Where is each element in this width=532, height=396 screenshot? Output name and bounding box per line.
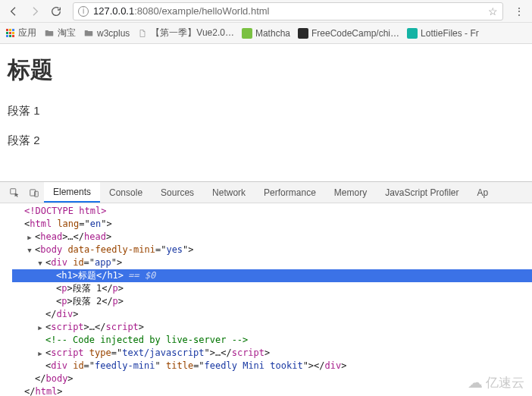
page-paragraph: 段落 1 bbox=[8, 104, 524, 118]
site-info-icon[interactable]: i bbox=[78, 6, 89, 17]
bookmark-label: 【第一季】Vue2.0… bbox=[151, 27, 234, 39]
devtools-tabbar: Elements Console Sources Network Perform… bbox=[0, 182, 532, 203]
page-heading: 标题 bbox=[8, 55, 524, 86]
bookmark-label: LottieFiles - Fr bbox=[421, 28, 479, 39]
tab-console[interactable]: Console bbox=[100, 182, 152, 203]
dom-line[interactable]: <!-- Code injected by live-server --> bbox=[12, 334, 532, 347]
dom-line-selected[interactable]: <h1>标题</h1>== $0 bbox=[12, 269, 532, 282]
folder-icon bbox=[44, 28, 55, 39]
dom-line[interactable]: ▼<div id="app"> bbox=[12, 256, 532, 269]
tab-elements[interactable]: Elements bbox=[44, 182, 100, 203]
dom-line[interactable]: ▶<script>…</script> bbox=[12, 321, 532, 334]
dom-line[interactable]: ▶<script type="text/javascript">…</scrip… bbox=[12, 347, 532, 360]
bookmark-fcc[interactable]: FreeCodeCamp/chi… bbox=[298, 28, 399, 39]
device-toolbar-icon[interactable] bbox=[24, 187, 44, 198]
dom-line[interactable]: </body> bbox=[12, 372, 532, 385]
disclosure-triangle-icon[interactable]: ▶ bbox=[36, 347, 44, 360]
browser-menu-icon[interactable]: ⋮ bbox=[511, 5, 527, 17]
apps-icon bbox=[5, 28, 15, 39]
bookmark-apps[interactable]: 应用 bbox=[5, 27, 36, 39]
bookmark-vue[interactable]: 【第一季】Vue2.0… bbox=[137, 27, 234, 39]
bookmarks-bar: 应用 淘宝 w3cplus 【第一季】Vue2.0… Mathcha FreeC… bbox=[0, 23, 532, 44]
address-bar[interactable]: i 127.0.0.1:8080/example/helloWorld.html… bbox=[73, 2, 503, 20]
disclosure-triangle-icon[interactable]: ▶ bbox=[36, 322, 44, 335]
bookmark-star-icon[interactable]: ☆ bbox=[488, 5, 498, 17]
dom-line[interactable]: </html> bbox=[12, 385, 532, 396]
tab-sources[interactable]: Sources bbox=[152, 182, 203, 203]
dom-line[interactable]: <p>段落 2</p> bbox=[12, 295, 532, 308]
inspect-element-icon[interactable] bbox=[5, 187, 24, 198]
tab-network[interactable]: Network bbox=[203, 182, 255, 203]
browser-toolbar: i 127.0.0.1:8080/example/helloWorld.html… bbox=[0, 0, 532, 23]
dom-line[interactable]: </div> bbox=[12, 308, 532, 321]
dom-line[interactable]: <!DOCTYPE html> bbox=[12, 205, 532, 218]
bookmark-lottie[interactable]: LottieFiles - Fr bbox=[407, 28, 479, 39]
back-button[interactable] bbox=[5, 2, 23, 20]
disclosure-triangle-icon[interactable]: ▼ bbox=[26, 244, 33, 257]
bookmark-label: w3cplus bbox=[97, 28, 130, 39]
bookmark-mathcha[interactable]: Mathcha bbox=[242, 28, 290, 39]
bookmark-folder-taobao[interactable]: 淘宝 bbox=[44, 27, 76, 39]
bookmark-label: Mathcha bbox=[255, 28, 290, 39]
tab-more[interactable]: Ap bbox=[468, 182, 498, 203]
elements-tree[interactable]: <!DOCTYPE html> <html lang="en"> ▶<head>… bbox=[0, 203, 532, 396]
bookmark-label: FreeCodeCamp/chi… bbox=[311, 28, 399, 39]
tab-js-profiler[interactable]: JavaScript Profiler bbox=[376, 182, 468, 203]
reload-button[interactable] bbox=[47, 2, 65, 20]
dom-line[interactable]: ▶<head>…</head> bbox=[12, 231, 532, 244]
dom-line[interactable]: ▼<body data-feedly-mini="yes"> bbox=[12, 244, 532, 256]
bookmark-folder-w3cplus[interactable]: w3cplus bbox=[83, 28, 130, 39]
folder-icon bbox=[83, 28, 94, 39]
url-text: 127.0.0.1:8080/example/helloWorld.html bbox=[93, 5, 483, 17]
tab-memory[interactable]: Memory bbox=[325, 182, 376, 203]
devtools-panel: Elements Console Sources Network Perform… bbox=[0, 181, 532, 396]
dom-line[interactable]: <div id="feedly-mini" title="feedly Mini… bbox=[12, 360, 532, 372]
dom-line[interactable]: <html lang="en"> bbox=[12, 218, 532, 231]
freecodecamp-icon bbox=[298, 28, 308, 39]
forward-button[interactable] bbox=[26, 2, 44, 20]
disclosure-triangle-icon[interactable]: ▼ bbox=[36, 257, 44, 270]
page-paragraph: 段落 2 bbox=[8, 134, 524, 148]
tab-performance[interactable]: Performance bbox=[255, 182, 325, 203]
mathcha-icon bbox=[242, 28, 252, 39]
disclosure-triangle-icon[interactable]: ▶ bbox=[26, 231, 33, 244]
page-content: 标题 段落 1 段落 2 bbox=[0, 44, 532, 181]
file-icon bbox=[137, 28, 148, 39]
dom-line[interactable]: <p>段落 1</p> bbox=[12, 282, 532, 295]
lottiefiles-icon bbox=[407, 28, 418, 39]
bookmark-label: 淘宝 bbox=[58, 27, 76, 39]
bookmark-label: 应用 bbox=[18, 27, 36, 39]
